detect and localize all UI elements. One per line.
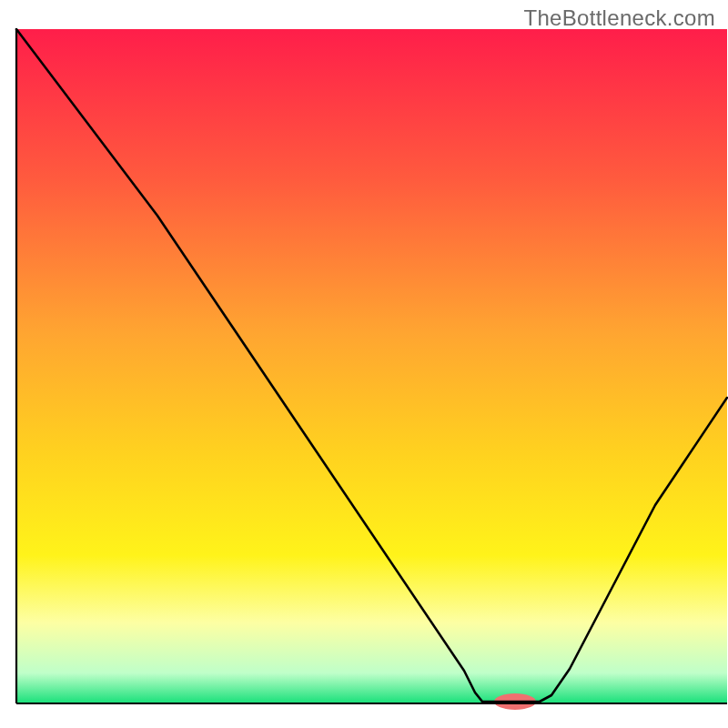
bottleneck-curve-chart — [0, 0, 728, 728]
watermark-text: TheBottleneck.com — [523, 5, 715, 31]
gradient-background — [16, 29, 727, 703]
chart-container: TheBottleneck.com — [0, 0, 728, 728]
